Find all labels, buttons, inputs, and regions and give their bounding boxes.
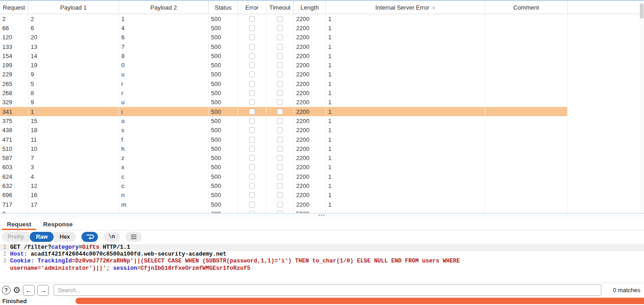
column-header-comment[interactable]: Comment [485,1,568,14]
error-checkbox[interactable] [249,71,255,77]
column-header-status[interactable]: Status [209,1,238,14]
column-header-payload2[interactable]: Payload 2 [119,1,209,14]
table-row[interactable]: 71717m50022001 [0,200,568,209]
raw-button[interactable]: Raw [30,232,54,242]
error-checkbox[interactable] [249,99,255,105]
timeout-checkbox[interactable] [277,62,283,68]
timeout-checkbox[interactable] [277,25,283,31]
timeout-checkbox[interactable] [277,109,283,115]
error-checkbox[interactable] [249,202,255,208]
table-row[interactable]: 19919050022001 [0,60,568,70]
error-checkbox[interactable] [249,127,255,133]
timeout-checkbox[interactable] [277,118,283,124]
timeout-checkbox[interactable] [277,183,283,189]
table-row[interactable]: 43818s50022001 [0,126,568,135]
table-row[interactable]: 37515o50022001 [0,116,568,125]
table-row[interactable]: 15414850022001 [0,51,568,60]
table-row[interactable]: 47111f50022001 [0,135,568,144]
scrollbar-thumb-icon[interactable] [640,4,644,18]
error-checkbox[interactable] [249,183,255,189]
error-checkbox[interactable] [249,192,255,198]
timeout-checkbox[interactable] [277,44,283,50]
raw-request-editor[interactable]: 1GET /filter?category=Gifts HTTP/1.12Hos… [0,244,644,283]
table-row[interactable]: 2655r50022001 [0,79,568,88]
gear-icon[interactable]: ⚙ [13,286,21,294]
error-checkbox[interactable] [249,146,255,152]
table-scrollbar[interactable] [639,2,644,213]
error-checkbox[interactable] [249,164,255,170]
timeout-checkbox[interactable] [277,34,283,40]
timeout-checkbox[interactable] [277,99,283,105]
error-checkbox[interactable] [249,174,255,180]
timeout-checkbox[interactable] [277,81,283,87]
cell-status: 500 [209,191,238,200]
next-match-button[interactable]: → [37,285,49,296]
timeout-checkbox[interactable] [277,127,283,133]
cell-payload1: 16 [28,191,119,200]
table-row[interactable]: 22150022001 [0,14,568,23]
error-checkbox[interactable] [249,25,255,31]
timeout-checkbox[interactable] [277,174,283,180]
line-number [0,265,6,272]
error-checkbox[interactable] [249,44,255,50]
error-checkbox[interactable] [249,137,255,143]
cell-error [238,88,266,97]
error-checkbox[interactable] [249,109,255,115]
chevron-down-icon[interactable]: ∨ [432,5,435,10]
timeout-checkbox[interactable] [277,53,283,59]
table-row[interactable]: 12020650022001 [0,33,568,42]
column-header-request[interactable]: Request [0,1,28,14]
previous-match-button[interactable]: ← [23,285,35,296]
table-row[interactable]: 2688r50022001 [0,88,568,97]
table-row[interactable]: 666450022001 [0,23,568,32]
word-wrap-toggle[interactable] [81,232,98,242]
cell-length: 2200 [294,172,326,181]
timeout-checkbox[interactable] [277,71,283,77]
column-header-length[interactable]: Length [294,1,326,14]
newline-glyph: \n [108,234,115,240]
table-row[interactable]: 6244c50022001 [0,172,568,181]
help-icon[interactable]: ? [2,286,11,294]
column-header-error[interactable]: Error [238,1,266,14]
cell-ise: 1 [326,51,485,60]
timeout-checkbox[interactable] [277,192,283,198]
pretty-button[interactable]: Pretty [2,232,30,242]
timeout-checkbox[interactable] [277,155,283,161]
timeout-checkbox[interactable] [277,164,283,170]
editor-menu-button[interactable] [125,232,142,242]
search-input[interactable] [54,284,601,296]
error-checkbox[interactable] [249,90,255,96]
timeout-checkbox[interactable] [277,90,283,96]
table-row[interactable]: 2299u50022001 [0,70,568,79]
error-checkbox[interactable] [249,118,255,124]
timeout-checkbox[interactable] [277,137,283,143]
table-row[interactable]: 3299u50022001 [0,98,568,107]
column-header-payload1[interactable]: Payload 1 [28,1,119,14]
timeout-checkbox[interactable] [277,16,283,22]
cell-payload2: h [119,144,209,153]
hex-button[interactable]: Hex [54,232,76,242]
error-checkbox[interactable] [249,155,255,161]
tab-request[interactable]: Request [1,219,37,230]
error-checkbox[interactable] [249,62,255,68]
error-checkbox[interactable] [249,34,255,40]
table-row[interactable]: 51010h50022001 [0,144,568,153]
panel-splitter[interactable]: ••• [0,213,644,219]
error-checkbox[interactable] [249,53,255,59]
table-row[interactable]: 63212c50022001 [0,181,568,190]
error-checkbox[interactable] [249,81,255,87]
timeout-checkbox[interactable] [277,146,283,152]
table-row[interactable]: 5877z50022001 [0,153,568,162]
error-checkbox[interactable] [249,16,255,22]
cell-timeout [266,200,294,209]
cell-request: 199 [0,60,28,70]
table-row[interactable]: 13313750022001 [0,42,568,51]
show-newlines-toggle[interactable]: \n [103,232,120,242]
column-header-ise[interactable]: Internal Server Error∨ [326,1,485,14]
tab-response[interactable]: Response [37,219,79,230]
column-header-timeout[interactable]: Timeout [266,1,294,14]
timeout-checkbox[interactable] [277,202,283,208]
table-row[interactable]: 3411i50022001 [0,107,568,116]
table-row[interactable]: 6033x50022001 [0,163,568,172]
table-row[interactable]: 69616n50022001 [0,191,568,200]
